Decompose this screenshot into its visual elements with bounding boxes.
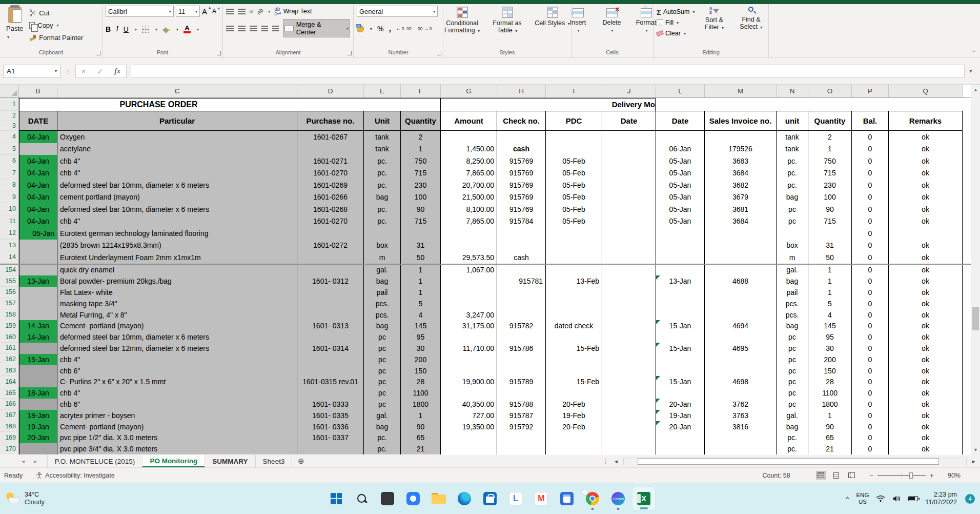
cell-E168[interactable]: bag — [364, 421, 401, 432]
cell-J14[interactable] — [602, 251, 656, 264]
cell-I159[interactable]: dated check — [546, 320, 602, 331]
cell-E159[interactable]: bag — [364, 320, 401, 331]
cell-I13[interactable] — [546, 240, 602, 252]
cell-M158[interactable] — [705, 309, 777, 321]
cell-M9[interactable]: 3679 — [705, 191, 777, 204]
cell-B161[interactable] — [19, 343, 57, 354]
cell-C11[interactable]: chb 4" — [57, 215, 297, 228]
chat-button[interactable] — [401, 487, 425, 510]
cell-F162[interactable]: 200 — [401, 354, 441, 365]
cell-C157[interactable]: masking tape 3/4" — [57, 298, 297, 309]
gmail-button[interactable]: M — [529, 487, 553, 510]
cell-J155[interactable] — [602, 275, 656, 287]
cell-I163[interactable] — [546, 365, 602, 377]
cell-M4[interactable] — [705, 131, 777, 143]
conditional-formatting-button[interactable]: Conditional Formatting ▾ — [440, 6, 484, 36]
cell-B159[interactable]: 14-Jan — [19, 320, 57, 331]
accounting-format-button[interactable] — [357, 25, 364, 32]
cell-L160[interactable] — [656, 331, 705, 343]
cell-D154[interactable] — [297, 265, 364, 276]
cell-I155[interactable]: 13-Feb — [546, 275, 602, 287]
increase-font-button[interactable]: A — [202, 7, 210, 16]
cell-N165[interactable]: pc — [777, 387, 808, 399]
cell-M14[interactable] — [705, 251, 777, 264]
cell-G164[interactable]: 19,900.00 — [441, 376, 497, 387]
row-header-156[interactable]: 156 — [0, 287, 19, 298]
cell-F169[interactable]: 65 — [401, 432, 441, 443]
cell-E164[interactable]: pc — [364, 376, 401, 387]
cell-Q11[interactable]: ok — [889, 215, 963, 228]
cell-F11[interactable]: 715 — [401, 215, 441, 228]
cell-E167[interactable]: gal. — [364, 410, 401, 421]
cell-M164[interactable]: 4698 — [705, 376, 777, 387]
cell-C158[interactable]: Metal Furring, 4" x 8" — [57, 309, 297, 321]
align-top-button[interactable] — [226, 9, 234, 14]
cell-N9[interactable]: bag — [777, 191, 808, 204]
cell-L157[interactable] — [656, 298, 705, 309]
cell-F168[interactable]: 90 — [401, 421, 441, 432]
cell-M12[interactable] — [705, 227, 777, 240]
cell-N155[interactable]: bag — [777, 275, 808, 287]
cell-B7[interactable]: 04-Jan — [19, 167, 57, 180]
align-bottom-button[interactable] — [250, 10, 253, 13]
cell-C14[interactable]: Eurotext Underlayment Foam 2mm x1mx1m — [57, 251, 297, 264]
cell-N14[interactable]: m — [777, 251, 808, 264]
cell-E165[interactable]: pc — [364, 387, 401, 399]
cell-F9[interactable]: 100 — [401, 191, 441, 204]
cell-I167[interactable]: 19-Feb — [546, 410, 602, 421]
horizontal-scrollbar-thumb[interactable] — [638, 458, 939, 465]
cell-G156[interactable] — [441, 287, 497, 298]
tab-scroll-right-icon[interactable]: ► — [33, 459, 38, 464]
delivery-title-cell[interactable]: Delivery Mon — [441, 98, 971, 111]
cell-P164[interactable]: 0 — [852, 376, 889, 387]
notification-badge[interactable]: 4 — [965, 494, 975, 504]
cell-L6[interactable]: 05-Jan — [656, 155, 705, 167]
cell-L156[interactable] — [656, 287, 705, 298]
row-header-159[interactable]: 159 — [0, 320, 19, 331]
cell-B168[interactable]: 19-Jan — [19, 421, 57, 432]
cell-O168[interactable]: 90 — [808, 421, 852, 432]
cell-H158[interactable] — [497, 309, 546, 321]
cell-E7[interactable]: pc. — [364, 167, 401, 180]
cell-C160[interactable]: deformed steel bar 10mm, diameter x 6 me… — [57, 331, 297, 343]
cell-H154[interactable] — [497, 265, 546, 276]
cell-G162[interactable] — [441, 354, 497, 365]
cell-M5[interactable]: 179526 — [705, 143, 777, 155]
cell-I10[interactable]: 05-Feb — [546, 203, 602, 215]
cell-Q164[interactable]: ok — [889, 376, 963, 387]
column-header-H[interactable]: H — [497, 85, 546, 97]
cell-E13[interactable]: box — [364, 240, 401, 252]
cell-M11[interactable]: 3684 — [705, 215, 777, 228]
cell-O156[interactable]: 1 — [808, 287, 852, 298]
cell-F161[interactable]: 30 — [401, 343, 441, 354]
cell-C167[interactable]: acrytex primer - boysen — [57, 410, 297, 421]
cell-H14[interactable]: cash — [497, 251, 546, 264]
purchase-order-title-cell[interactable]: PURCHASE ORDER — [19, 98, 441, 111]
cell-F13[interactable]: 31 — [401, 240, 441, 252]
row-header-168[interactable]: 168 — [0, 421, 19, 432]
weather-widget[interactable]: 34°CCloudy — [0, 491, 45, 506]
merge-center-button[interactable]: ↔Merge & Center▾ — [283, 19, 350, 37]
cell-D159[interactable]: 1601- 0313 — [297, 320, 364, 331]
row-header-164[interactable]: 164 — [0, 376, 19, 387]
cell-E12[interactable] — [364, 227, 401, 240]
cell-C13[interactable]: (2835 brown 1214x195x8.3mm) — [57, 240, 297, 252]
cell-O161[interactable]: 30 — [808, 343, 852, 354]
row-header-1[interactable]: 1 — [0, 98, 19, 111]
collapse-ribbon-icon[interactable]: ⌃ — [972, 50, 976, 55]
cell-F158[interactable]: 4 — [401, 309, 441, 321]
cell-Q155[interactable]: ok — [889, 275, 963, 287]
cell-E4[interactable]: tank — [364, 131, 401, 143]
cut-button[interactable]: Cut — [29, 8, 83, 18]
cell-M8[interactable]: 3682 — [705, 179, 777, 191]
cell-M166[interactable]: 3762 — [705, 399, 777, 410]
cell-Q157[interactable]: ok — [889, 298, 963, 309]
cell-C166[interactable]: chb 6" — [57, 399, 297, 410]
cell-J9[interactable] — [602, 191, 656, 204]
cell-B4[interactable]: 04-Jan — [19, 131, 57, 143]
cell-D162[interactable] — [297, 354, 364, 365]
cell-G166[interactable]: 40,350.00 — [441, 399, 497, 410]
cell-O162[interactable]: 200 — [808, 354, 852, 365]
cell-I164[interactable]: 15-Feb — [546, 376, 602, 387]
cell-Q158[interactable]: ok — [889, 309, 963, 321]
